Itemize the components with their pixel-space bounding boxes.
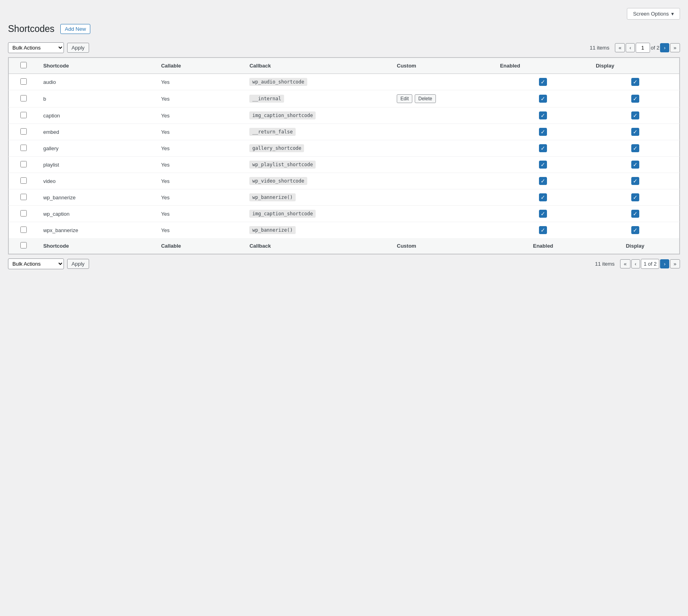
top-bulk-actions-select[interactable]: Bulk Actions xyxy=(8,42,64,53)
row-custom xyxy=(392,206,495,222)
row-custom xyxy=(392,74,495,90)
row-delete-button[interactable]: Delete xyxy=(415,94,436,103)
table-row: audioYeswp_audio_shortcode✓✓ xyxy=(9,74,680,90)
row-display: ✓ xyxy=(591,189,679,206)
header-cb xyxy=(9,58,39,74)
row-checkbox-b[interactable] xyxy=(20,95,27,101)
row-checkbox-wp_bannerize[interactable] xyxy=(20,194,27,200)
row-callable: Yes xyxy=(156,173,245,189)
row-enabled: ✓ xyxy=(495,189,591,206)
enabled-checkbox-icon: ✓ xyxy=(539,177,547,185)
bottom-apply-button[interactable]: Apply xyxy=(67,259,89,269)
bottom-next-page-button[interactable]: › xyxy=(660,259,669,268)
row-checkbox-embed[interactable] xyxy=(20,128,27,135)
select-all-checkbox-bottom[interactable] xyxy=(20,242,27,248)
enabled-checkbox-icon: ✓ xyxy=(539,161,547,169)
table-row: embedYes__return_false✓✓ xyxy=(9,124,680,140)
row-checkbox-wpx_bannerize[interactable] xyxy=(20,227,27,233)
table-container: Shortcode Callable Callback Custom Enabl… xyxy=(8,57,680,254)
header-callable: Callable xyxy=(156,58,245,74)
row-callback: wp_bannerize() xyxy=(245,189,392,206)
top-tablenav-right: 11 items « ‹ of 2 › » xyxy=(590,43,680,53)
page-title: Shortcodes xyxy=(8,24,54,34)
add-new-button[interactable]: Add New xyxy=(60,24,90,34)
row-display: ✓ xyxy=(591,222,679,238)
row-checkbox-cell xyxy=(9,107,39,124)
bottom-items-count: 11 items xyxy=(595,261,614,267)
row-enabled: ✓ xyxy=(495,124,591,140)
display-checkbox-icon: ✓ xyxy=(631,226,639,234)
row-checkbox-cell xyxy=(9,90,39,107)
row-checkbox-caption[interactable] xyxy=(20,112,27,118)
row-shortcode: wpx_bannerize xyxy=(38,222,156,238)
row-shortcode: playlist xyxy=(38,157,156,173)
table-row: captionYesimg_caption_shortcode✓✓ xyxy=(9,107,680,124)
display-checkbox-icon: ✓ xyxy=(631,128,639,136)
row-callable: Yes xyxy=(156,157,245,173)
row-enabled: ✓ xyxy=(495,140,591,157)
row-custom xyxy=(392,107,495,124)
top-of-text: of 2 xyxy=(651,45,660,51)
row-custom xyxy=(392,222,495,238)
footer-callback-label: Callback xyxy=(245,238,392,254)
footer-custom-label: Custom xyxy=(392,238,495,254)
row-callback: __internal xyxy=(245,90,392,107)
row-display: ✓ xyxy=(591,90,679,107)
row-enabled: ✓ xyxy=(495,222,591,238)
row-checkbox-gallery[interactable] xyxy=(20,145,27,151)
top-first-page-button[interactable]: « xyxy=(615,43,625,52)
footer-display-label: Display xyxy=(591,238,679,254)
row-display: ✓ xyxy=(591,157,679,173)
bottom-tablenav-left: Bulk Actions Apply xyxy=(8,258,89,269)
row-checkbox-wp_caption[interactable] xyxy=(20,210,27,217)
top-last-page-button[interactable]: » xyxy=(670,43,680,52)
bottom-page-info: 1 of 2 xyxy=(641,259,660,269)
bottom-pagination: « ‹ 1 of 2 › » xyxy=(620,259,680,269)
top-apply-button[interactable]: Apply xyxy=(67,43,89,53)
row-callable: Yes xyxy=(156,107,245,124)
row-callable: Yes xyxy=(156,189,245,206)
table-row: playlistYeswp_playlist_shortcode✓✓ xyxy=(9,157,680,173)
row-checkbox-cell xyxy=(9,140,39,157)
table-row: wp_captionYesimg_caption_shortcode✓✓ xyxy=(9,206,680,222)
row-shortcode: video xyxy=(38,173,156,189)
enabled-checkbox-icon: ✓ xyxy=(539,78,547,86)
row-shortcode: wp_bannerize xyxy=(38,189,156,206)
footer-enabled-label: Enabled xyxy=(495,238,591,254)
bottom-prev-page-button[interactable]: ‹ xyxy=(631,259,640,268)
select-all-checkbox-top[interactable] xyxy=(20,62,27,68)
bottom-last-page-button[interactable]: » xyxy=(670,259,680,268)
row-display: ✓ xyxy=(591,206,679,222)
row-checkbox-audio[interactable] xyxy=(20,78,27,85)
row-checkbox-video[interactable] xyxy=(20,177,27,184)
bottom-bulk-actions-select[interactable]: Bulk Actions xyxy=(8,258,64,269)
screen-options-button[interactable]: Screen Options ▾ xyxy=(627,8,680,20)
row-custom: EditDelete xyxy=(392,90,495,107)
display-checkbox-icon: ✓ xyxy=(631,210,639,218)
row-checkbox-playlist[interactable] xyxy=(20,161,27,167)
row-custom xyxy=(392,124,495,140)
display-checkbox-icon: ✓ xyxy=(631,111,639,119)
display-checkbox-icon: ✓ xyxy=(631,161,639,169)
top-prev-page-button[interactable]: ‹ xyxy=(626,43,634,52)
table-row: wp_bannerizeYeswp_bannerize()✓✓ xyxy=(9,189,680,206)
top-tablenav: Bulk Actions Apply 11 items « ‹ of 2 › » xyxy=(8,41,680,55)
table-footer-row: Shortcode Callable Callback Custom Enabl… xyxy=(9,238,680,254)
display-checkbox-icon: ✓ xyxy=(631,78,639,86)
enabled-checkbox-icon: ✓ xyxy=(539,128,547,136)
bottom-first-page-button[interactable]: « xyxy=(620,259,630,268)
table-row: bYes__internalEditDelete✓✓ xyxy=(9,90,680,107)
page-title-area: Shortcodes Add New xyxy=(8,24,680,34)
row-callback: wp_video_shortcode xyxy=(245,173,392,189)
bottom-tablenav: Bulk Actions Apply 11 items « ‹ 1 of 2 ›… xyxy=(8,257,680,271)
row-edit-button[interactable]: Edit xyxy=(397,94,412,103)
top-page-input[interactable] xyxy=(636,43,650,53)
row-shortcode: embed xyxy=(38,124,156,140)
top-next-page-button[interactable]: › xyxy=(660,43,669,52)
row-shortcode: gallery xyxy=(38,140,156,157)
table-body: audioYeswp_audio_shortcode✓✓bYes__intern… xyxy=(9,74,680,238)
row-checkbox-cell xyxy=(9,173,39,189)
row-checkbox-cell xyxy=(9,74,39,90)
row-callable: Yes xyxy=(156,124,245,140)
row-enabled: ✓ xyxy=(495,173,591,189)
